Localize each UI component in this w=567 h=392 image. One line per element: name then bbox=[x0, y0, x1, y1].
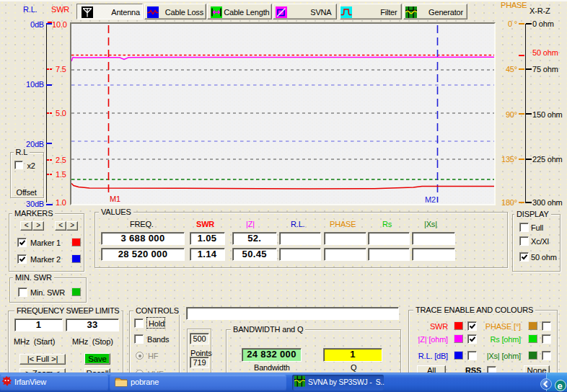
svg-text:M2: M2 bbox=[425, 195, 436, 204]
svg-text:M1: M1 bbox=[110, 195, 120, 203]
